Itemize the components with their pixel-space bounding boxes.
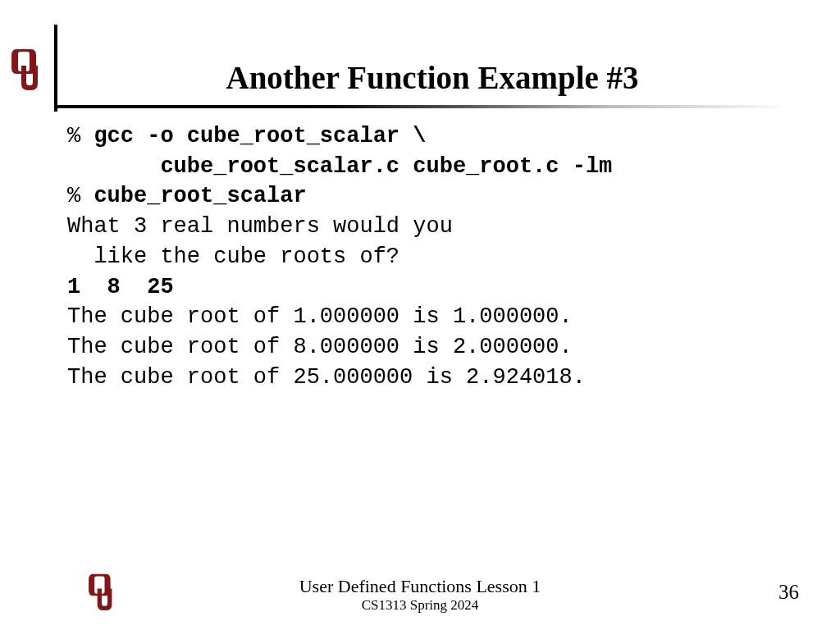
output-line: like the cube roots of?: [67, 244, 399, 269]
output-line: The cube root of 25.000000 is 2.924018.: [67, 365, 586, 390]
cmd-run: cube_root_scalar: [94, 184, 306, 208]
ou-logo-icon: [11, 48, 41, 90]
output-line: The cube root of 1.000000 is 1.000000.: [67, 304, 573, 329]
cmd-gcc-line2: cube_root_scalar.c cube_root.c -lm: [67, 154, 612, 179]
page-number: 36: [778, 581, 799, 604]
terminal-output: % gcc -o cube_root_scalar \ cube_root_sc…: [67, 121, 612, 392]
ou-logo-icon: [89, 573, 115, 610]
output-line: The cube root of 8.000000 is 2.000000.: [67, 335, 573, 359]
footer-lesson-title: User Defined Functions Lesson 1: [0, 576, 840, 597]
slide-footer: User Defined Functions Lesson 1 CS1313 S…: [0, 576, 840, 614]
output-line: What 3 real numbers would you: [67, 214, 453, 239]
title-horizontal-rule: [54, 105, 792, 108]
prompt: %: [67, 184, 94, 208]
ou-logo-top: [11, 48, 41, 94]
footer-center: User Defined Functions Lesson 1 CS1313 S…: [0, 576, 840, 614]
slide-title: Another Function Example #3: [57, 59, 807, 96]
cmd-gcc-line1: gcc -o cube_root_scalar \: [94, 124, 426, 148]
footer-course: CS1313 Spring 2024: [0, 597, 840, 614]
ou-logo-footer: [89, 573, 115, 614]
user-input: 1 8 25: [67, 275, 174, 299]
prompt: %: [67, 124, 94, 148]
